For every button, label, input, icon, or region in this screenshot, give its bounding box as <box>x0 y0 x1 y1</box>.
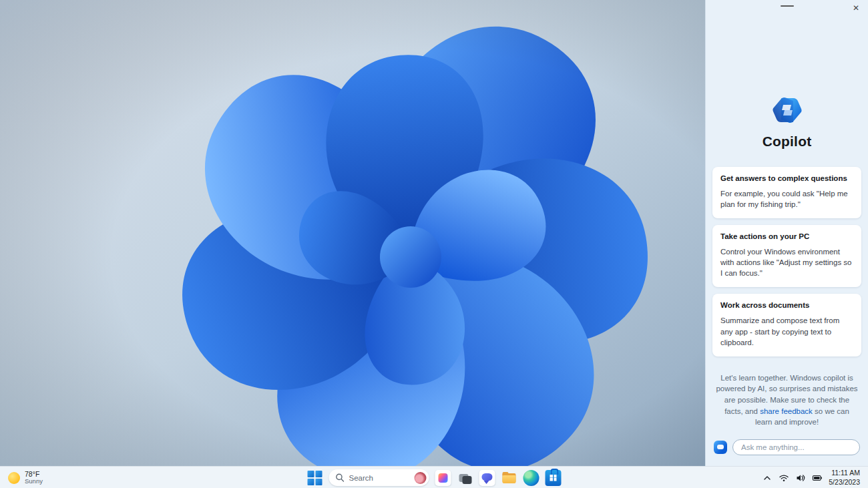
weather-text: 78°F Sunny <box>25 470 43 485</box>
windows-logo-icon <box>316 471 322 477</box>
clock-date: 5/23/2023 <box>829 478 860 487</box>
search-placeholder-text: Search <box>349 474 410 482</box>
wifi-icon[interactable] <box>779 473 789 483</box>
volume-icon[interactable] <box>795 473 806 483</box>
windows-logo-icon <box>308 479 314 485</box>
card-take-actions[interactable]: Take actions on your PC Control your Win… <box>712 225 861 287</box>
card-complex-questions[interactable]: Get answers to complex questions For exa… <box>712 167 861 218</box>
copilot-panel-header: ✕ <box>706 0 868 17</box>
windows-logo-icon <box>316 479 322 485</box>
close-icon[interactable]: ✕ <box>851 3 861 13</box>
card-title: Get answers to complex questions <box>720 174 853 182</box>
bloom-wallpaper-graphic <box>0 0 705 466</box>
system-tray: 11:11 AM 5/23/2023 <box>754 467 868 488</box>
microsoft-store-icon[interactable] <box>546 470 562 486</box>
desktop-wallpaper[interactable] <box>0 0 705 466</box>
copilot-logo-icon <box>772 95 803 126</box>
clock-widget[interactable]: 11:11 AM 5/23/2023 <box>829 469 860 486</box>
card-title: Work across documents <box>720 301 853 309</box>
copilot-title: Copilot <box>763 134 812 150</box>
taskbar: 78°F Sunny Search <box>0 466 868 488</box>
taskbar-search-box[interactable]: Search <box>329 469 429 486</box>
folder-front <box>503 475 516 483</box>
file-explorer-icon[interactable] <box>501 470 517 486</box>
card-body: Control your Windows environment with ac… <box>720 246 853 278</box>
card-body: For example, you could ask "Help me plan… <box>720 188 853 210</box>
edge-browser-icon[interactable] <box>523 470 539 486</box>
weather-condition: Sunny <box>25 478 43 485</box>
search-highlight-image <box>415 472 427 484</box>
copilot-input-row <box>706 439 868 466</box>
card-work-across-documents[interactable]: Work across documents Summarize and comp… <box>712 294 861 356</box>
copilot-branding: Copilot <box>706 95 868 150</box>
windows-logo-icon <box>308 471 314 477</box>
chevron-up-icon[interactable] <box>762 473 773 483</box>
chat-icon[interactable] <box>479 470 495 486</box>
weather-widget[interactable]: 78°F Sunny <box>0 467 51 488</box>
ask-me-anything-input[interactable] <box>732 439 860 455</box>
card-title: Take actions on your PC <box>720 232 853 240</box>
task-view-front-square <box>463 476 472 484</box>
search-icon <box>336 473 345 482</box>
copilot-suggestion-cards: Get answers to complex questions For exa… <box>706 167 868 356</box>
copilot-chat-icon[interactable] <box>714 441 727 454</box>
taskbar-center-icons: Search <box>307 467 562 488</box>
start-button[interactable] <box>307 470 323 486</box>
copilot-taskbar-icon[interactable] <box>435 470 451 486</box>
copilot-panel: ✕ Copilot <box>705 0 868 466</box>
battery-icon[interactable] <box>812 473 823 483</box>
windows-desktop-screen: ✕ Copilot <box>0 0 868 488</box>
panel-drag-handle[interactable] <box>781 5 794 7</box>
sun-icon <box>8 472 20 484</box>
task-view-icon[interactable] <box>457 470 473 486</box>
share-feedback-link[interactable]: share feedback <box>760 407 813 415</box>
copilot-disclaimer: Let's learn together. Windows copilot is… <box>706 373 868 428</box>
card-body: Summarize and compose text from any app … <box>720 315 853 347</box>
clock-time: 11:11 AM <box>831 469 860 477</box>
